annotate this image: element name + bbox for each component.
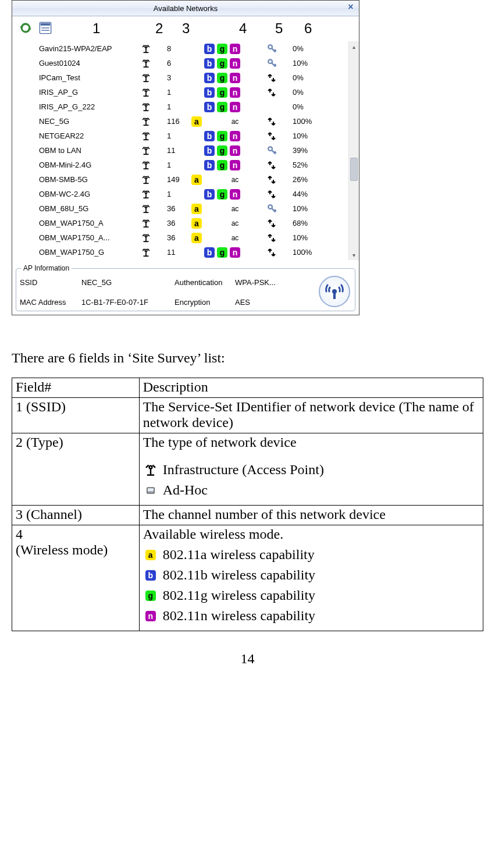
- channel-cell: 36: [167, 201, 190, 216]
- mode-b-icon: b: [143, 568, 158, 583]
- type-cell: [141, 245, 155, 259]
- channel-cell: 116: [167, 114, 190, 129]
- scroll-down-icon[interactable]: ▾: [349, 250, 359, 260]
- modes-cell: bgn: [190, 129, 260, 143]
- type-cell: [141, 70, 155, 85]
- security-cell: [267, 56, 286, 70]
- network-row[interactable]: OBM_WAP1750_G11bgn100%: [16, 245, 348, 259]
- modes-cell: bgn: [190, 56, 260, 70]
- type-cell: [141, 216, 155, 230]
- dialog-titlebar: Available Networks ×: [12, 1, 359, 16]
- network-row[interactable]: IPCam_Test3bgn0%: [16, 70, 348, 85]
- ssid-cell: Guest01024: [39, 56, 138, 70]
- row4-field: 4 (Wireless mode): [12, 525, 140, 631]
- security-cell: [267, 99, 286, 114]
- ssid-cell: NETGEAR22: [39, 129, 138, 143]
- ssid-cell: OBM_WAP1750_A...: [39, 230, 138, 245]
- ssid-cell: OBM_68U_5G: [39, 201, 138, 216]
- network-row[interactable]: OBM_68U_5G36aac10%: [16, 201, 348, 216]
- channel-cell: 6: [167, 56, 190, 70]
- ssid-cell: OBM_WAP1750_G: [39, 245, 138, 259]
- type-cell: [141, 187, 155, 201]
- channel-cell: 149: [167, 172, 190, 187]
- modes-cell: bgn: [190, 85, 260, 99]
- row1-desc: The Service-Set IDentifier of network de…: [139, 398, 483, 433]
- security-cell: [267, 114, 286, 129]
- ssid-cell: Gavin215-WPA2/EAP: [39, 41, 138, 56]
- modes-cell: bgn: [190, 70, 260, 85]
- security-cell: [267, 201, 286, 216]
- security-cell: [267, 245, 286, 259]
- list-view-button[interactable]: [35, 19, 55, 37]
- type-cell: [141, 230, 155, 245]
- ssid-cell: IRIS_AP_G: [39, 85, 138, 99]
- th-field: Field#: [12, 378, 140, 398]
- modes-cell: aac: [190, 114, 260, 129]
- channel-cell: 1: [167, 85, 190, 99]
- channel-cell: 3: [167, 70, 190, 85]
- ssid-cell: OBM-WC-2.4G: [39, 187, 138, 201]
- security-cell: [267, 85, 286, 99]
- security-cell: [267, 143, 286, 158]
- mode-a-icon: a: [143, 547, 158, 563]
- modes-cell: bgn: [190, 99, 260, 114]
- network-row[interactable]: OBM_WAP1750_A36aac68%: [16, 216, 348, 230]
- field-description-table: Field# Description 1 (SSID) The Service-…: [12, 378, 483, 631]
- network-row[interactable]: Gavin215-WPA2/EAP8bgn0%: [16, 41, 348, 56]
- row3-field: 3 (Channel): [12, 506, 140, 525]
- type-cell: [141, 85, 155, 99]
- adhoc-icon: [143, 483, 158, 498]
- signal-cell: 10%: [293, 201, 322, 216]
- network-row[interactable]: OBM-SMB-5G149aac26%: [16, 172, 348, 187]
- ap-auth-label: Authentication: [175, 278, 235, 287]
- modes-cell: bgn: [190, 41, 260, 56]
- type-cell: [141, 158, 155, 172]
- security-cell: [267, 41, 286, 56]
- mode-g-icon: g: [143, 588, 158, 603]
- refresh-button[interactable]: [16, 19, 35, 37]
- intro-text: There are 6 fields in ‘Site Survey’ list…: [12, 350, 483, 366]
- mode-n-icon: n: [143, 609, 158, 624]
- security-cell: [267, 230, 286, 245]
- network-row[interactable]: NETGEAR221bgn10%: [16, 129, 348, 143]
- network-list[interactable]: Gavin215-WPA2/EAP8bgn0%Guest010246bgn10%…: [16, 41, 348, 260]
- infrastructure-icon: [143, 463, 158, 478]
- security-cell: [267, 70, 286, 85]
- close-icon[interactable]: ×: [345, 2, 357, 13]
- channel-cell: 8: [167, 41, 190, 56]
- type-cell: [141, 129, 155, 143]
- scroll-up-icon[interactable]: ▴: [349, 41, 359, 52]
- network-row[interactable]: OBM-Mini-2.4G1bgn52%: [16, 158, 348, 172]
- ssid-cell: NEC_5G: [39, 114, 138, 129]
- network-row[interactable]: OBM_WAP1750_A...36aac10%: [16, 230, 348, 245]
- signal-cell: 100%: [293, 245, 322, 259]
- network-row[interactable]: NEC_5G116aac100%: [16, 114, 348, 129]
- vertical-scrollbar[interactable]: ▴ ▾: [348, 41, 359, 260]
- network-row[interactable]: IRIS_AP_G1bgn0%: [16, 85, 348, 99]
- signal-cell: 39%: [293, 143, 322, 158]
- signal-cell: 26%: [293, 172, 322, 187]
- network-row[interactable]: OBM-WC-2.4G1bgn44%: [16, 187, 348, 201]
- channel-cell: 1: [167, 158, 190, 172]
- scrollbar-thumb[interactable]: [350, 158, 358, 181]
- ssid-cell: OBM-SMB-5G: [39, 172, 138, 187]
- th-desc: Description: [139, 378, 483, 398]
- row3-desc: The channel number of this network devic…: [139, 506, 483, 525]
- channel-cell: 1: [167, 187, 190, 201]
- row2-field: 2 (Type): [12, 433, 140, 506]
- ssid-cell: IRIS_AP_G_222: [39, 99, 138, 114]
- type-cell: [141, 56, 155, 70]
- security-cell: [267, 129, 286, 143]
- signal-cell: 52%: [293, 158, 322, 172]
- network-row[interactable]: OBM to LAN11bgn39%: [16, 143, 348, 158]
- network-row[interactable]: IRIS_AP_G_2221bgn0%: [16, 99, 348, 114]
- ap-ssid-value: NEC_5G: [81, 278, 175, 287]
- network-row[interactable]: Guest010246bgn10%: [16, 56, 348, 70]
- type-cell: [141, 201, 155, 216]
- type-cell: [141, 41, 155, 56]
- signal-cell: 0%: [293, 70, 322, 85]
- modes-cell: aac: [190, 230, 260, 245]
- modes-cell: aac: [190, 201, 260, 216]
- ap-info-legend: AP Information: [21, 264, 72, 272]
- ap-mac-label: MAC Address: [20, 298, 81, 307]
